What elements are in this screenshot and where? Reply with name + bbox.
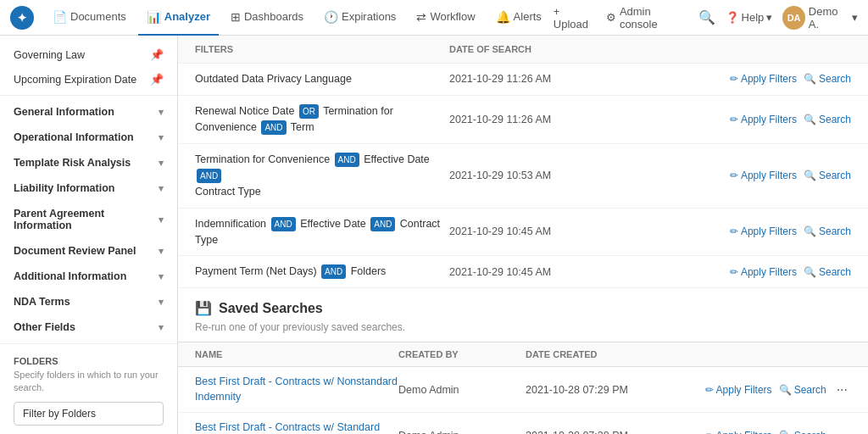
chevron-down-icon-3: ▾ — [159, 158, 164, 169]
sidebar-section-other-fields[interactable]: Other Fields ▾ — [0, 314, 177, 340]
avatar: DA — [782, 6, 805, 30]
apply-filters-button-4[interactable]: ✏ Apply Filters — [730, 225, 797, 237]
sidebar: Governing Law 📌 Upcoming Expiration Date… — [0, 36, 178, 434]
apply-filters-button-5[interactable]: ✏ Apply Filters — [730, 266, 797, 278]
divider-2 — [0, 343, 177, 344]
saved-searches-col-header: NAME CREATED BY DATE CREATED — [178, 342, 868, 367]
main-layout: Governing Law 📌 Upcoming Expiration Date… — [0, 36, 868, 434]
recent-search-row: Indemnification AND Effective Date AND C… — [178, 209, 868, 257]
search-button[interactable]: 🔍 Search — [804, 73, 851, 85]
saved-apply-filters-button[interactable]: ✏ Apply Filters — [705, 384, 772, 396]
content-area: FILTERS DATE OF SEARCH Outdated Data Pri… — [178, 36, 868, 434]
chevron-down-icon-9: ▾ — [159, 322, 164, 333]
saved-search-button[interactable]: 🔍 Search — [779, 384, 826, 396]
saved-searches-section: 💾 Saved Searches — [178, 288, 868, 321]
saved-apply-filters-button-2[interactable]: ✏ Apply Filters — [705, 430, 772, 434]
pencil-icon-2: ✏ — [730, 114, 738, 125]
nav-dashboards[interactable]: ⊞ Dashboards — [222, 0, 312, 36]
workflow-icon: ⇄ — [416, 10, 426, 24]
sidebar-item-upcoming-expiration[interactable]: Upcoming Expiration Date 📌 — [0, 67, 177, 92]
search-icon[interactable]: 🔍 — [698, 9, 715, 25]
search-button-2[interactable]: 🔍 Search — [804, 114, 851, 125]
pencil-icon-5: ✏ — [730, 266, 738, 278]
saved-search-row: Best First Draft - Contracts w/ Nonstand… — [178, 367, 868, 413]
upload-button[interactable]: + Upload — [554, 5, 596, 31]
saved-searches-icon: 💾 — [195, 300, 212, 316]
pin-icon-2: 📌 — [150, 73, 164, 86]
sidebar-section-operational-information[interactable]: Operational Information ▾ — [0, 125, 177, 150]
divider — [0, 95, 177, 96]
search-button-4[interactable]: 🔍 Search — [804, 225, 851, 237]
user-menu[interactable]: DA Demo A. ▾ — [782, 5, 858, 31]
sidebar-section-liability[interactable]: Liability Information ▾ — [0, 175, 177, 201]
chevron-down-icon-7: ▾ — [159, 271, 164, 282]
dashboards-icon: ⊞ — [231, 10, 241, 24]
admin-console-button[interactable]: ⚙ Admin console — [606, 5, 688, 31]
search-icon-s2: 🔍 — [779, 430, 792, 434]
sidebar-section-template-risk[interactable]: Template Risk Analysis ▾ — [0, 150, 177, 175]
recent-searches-header: FILTERS DATE OF SEARCH — [178, 36, 868, 64]
saved-search-name[interactable]: Best First Draft - Contracts w/ Standard… — [195, 420, 398, 434]
saved-search-row: Best First Draft - Contracts w/ Standard… — [178, 413, 868, 434]
analyzer-icon: 📊 — [147, 10, 161, 24]
help-icon: ❓ — [726, 11, 739, 24]
sidebar-section-nda-terms[interactable]: NDA Terms ▾ — [0, 289, 177, 314]
saved-search-name[interactable]: Best First Draft - Contracts w/ Nonstand… — [195, 375, 398, 404]
recent-search-row: Renewal Notice Date OR Termination for C… — [178, 96, 868, 144]
help-button[interactable]: ❓ Help ▾ — [726, 11, 773, 24]
search-icon-row-2: 🔍 — [804, 114, 816, 125]
recent-search-row: Termination for Convenience AND Effectiv… — [178, 144, 868, 209]
chevron-down-icon-4: ▾ — [159, 183, 164, 194]
chevron-down-icon: ▾ — [159, 107, 164, 118]
pencil-icon: ✏ — [730, 73, 738, 85]
sidebar-section-parent-agreement[interactable]: Parent Agreement Information ▾ — [0, 201, 177, 238]
expirations-icon: 🕐 — [324, 10, 338, 24]
folders-section: FOLDERS Specify folders in which to run … — [0, 348, 177, 434]
chevron-down-icon-5: ▾ — [159, 214, 164, 225]
logo[interactable]: ✦ — [10, 6, 34, 30]
saved-search-button-2[interactable]: 🔍 Search — [779, 430, 826, 434]
pencil-icon-s2: ✏ — [705, 430, 714, 434]
nav-alerts[interactable]: 🔔 Alerts — [487, 0, 550, 36]
apply-filters-button[interactable]: ✏ Apply Filters — [730, 73, 797, 85]
user-chevron-icon: ▾ — [852, 11, 858, 24]
more-options-button-2[interactable]: ··· — [833, 428, 851, 434]
chevron-down-icon-6: ▾ — [159, 246, 164, 257]
more-options-button[interactable]: ··· — [833, 382, 851, 398]
recent-search-row: Payment Term (Net Days) AND Folders 2021… — [178, 256, 868, 288]
sidebar-section-additional-information[interactable]: Additional Information ▾ — [0, 264, 177, 289]
documents-icon: 📄 — [53, 10, 67, 24]
pencil-icon-4: ✏ — [730, 225, 738, 237]
apply-filters-button-2[interactable]: ✏ Apply Filters — [730, 114, 797, 125]
top-nav: ✦ 📄 Documents 📊 Analyzer ⊞ Dashboards 🕐 … — [0, 0, 868, 36]
search-icon-row-4: 🔍 — [804, 225, 816, 237]
apply-filters-button-3[interactable]: ✏ Apply Filters — [730, 170, 797, 181]
chevron-down-icon-2: ▾ — [159, 132, 164, 143]
search-icon-s1: 🔍 — [779, 384, 792, 396]
nav-workflow[interactable]: ⇄ Workflow — [408, 0, 483, 36]
sidebar-section-document-review[interactable]: Document Review Panel ▾ — [0, 238, 177, 264]
help-chevron-icon: ▾ — [766, 11, 772, 24]
nav-right: + Upload ⚙ Admin console 🔍 ❓ Help ▾ DA D… — [554, 5, 858, 31]
nav-expirations[interactable]: 🕐 Expirations — [315, 0, 404, 36]
search-icon-row: 🔍 — [804, 73, 816, 85]
sidebar-item-governing-law[interactable]: Governing Law 📌 — [0, 42, 177, 67]
pencil-icon-s1: ✏ — [705, 384, 714, 396]
pin-icon: 📌 — [150, 48, 164, 61]
pencil-icon-3: ✏ — [730, 170, 738, 181]
sidebar-section-general-information[interactable]: General Information ▾ — [0, 99, 177, 125]
recent-search-row: Outdated Data Privacy Language 2021-10-2… — [178, 64, 868, 96]
filter-folders-button[interactable]: Filter by Folders — [14, 402, 164, 426]
admin-icon: ⚙ — [606, 11, 616, 24]
search-icon-row-3: 🔍 — [804, 170, 816, 181]
search-icon-row-5: 🔍 — [804, 266, 816, 278]
search-button-5[interactable]: 🔍 Search — [804, 266, 851, 278]
search-button-3[interactable]: 🔍 Search — [804, 170, 851, 181]
chevron-down-icon-8: ▾ — [159, 297, 164, 308]
alerts-icon: 🔔 — [496, 10, 510, 24]
nav-analyzer[interactable]: 📊 Analyzer — [138, 0, 219, 36]
nav-documents[interactable]: 📄 Documents — [44, 0, 135, 36]
